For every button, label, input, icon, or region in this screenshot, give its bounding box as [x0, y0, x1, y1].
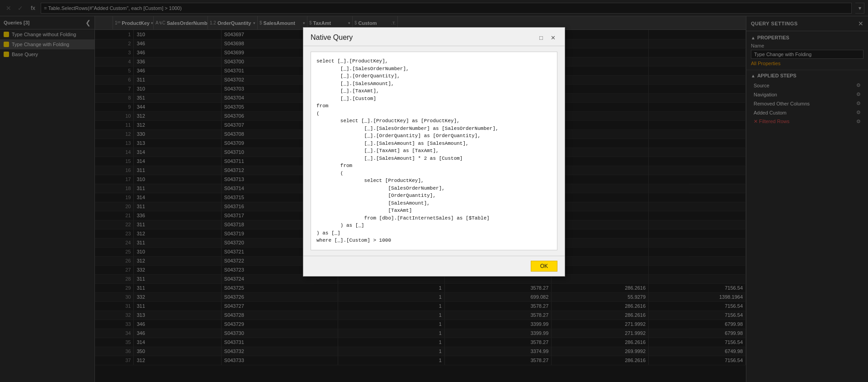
modal-maximize[interactable]: □ [537, 33, 546, 42]
modal-title: Native Query [311, 33, 353, 42]
modal-overlay: Native Query □ ✕ select [_].[ProductKey]… [0, 0, 868, 382]
modal-close[interactable]: ✕ [548, 33, 557, 42]
native-query-modal: Native Query □ ✕ select [_].[ProductKey]… [303, 27, 565, 277]
modal-header-buttons: □ ✕ [537, 33, 557, 42]
modal-footer: OK [303, 256, 565, 276]
query-code: select [_].[ProductKey], [_].[SalesOrder… [311, 52, 557, 250]
modal-body: select [_].[ProductKey], [_].[SalesOrder… [303, 46, 565, 256]
ok-button[interactable]: OK [531, 261, 557, 272]
modal-header: Native Query □ ✕ [303, 28, 565, 46]
